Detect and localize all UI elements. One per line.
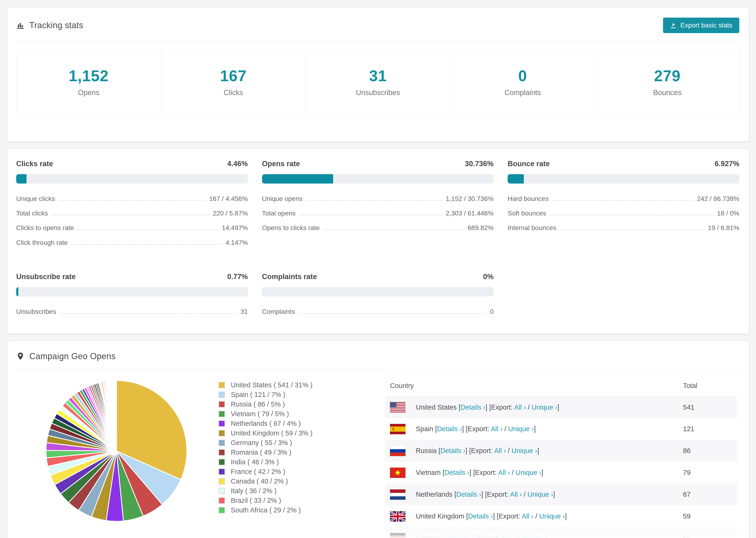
flag-icon-gb [390,511,405,521]
export-unique-link[interactable]: Unique › [519,534,544,538]
export-all-link[interactable]: All › [494,447,506,455]
rate-rows: Unsubscribes31 [16,304,248,319]
rate-row-value: 2,303 / 61.446% [446,210,494,217]
stat-value: 1,152 [19,67,158,85]
legend-label: Vietnam ( 79 / 5% ) [231,410,289,418]
dotted-leader [550,215,714,215]
dotted-leader [553,200,694,201]
pie-slice-other[interactable] [116,381,117,451]
rate-rows: Unique clicks167 / 4.456%Total clicks220… [16,191,248,250]
export-all-link[interactable]: All › [498,469,510,476]
export-basic-stats-button[interactable]: Export basic stats [663,18,739,33]
flag-icon-ru [390,446,405,456]
map-pin-icon [16,352,25,360]
geo-table-row-vn: Vietnam [Details ›] [Export: All › / Uni… [385,462,737,484]
legend-label: Russia ( 86 / 5% ) [231,401,285,408]
rate-row: Complaints0 [262,304,494,319]
geo-pie-chart [7,370,219,526]
progress-bar [16,174,248,184]
geo-table-row-ru: Russia [Details ›] [Export: All › / Uniq… [385,440,737,462]
rate-section-unsubscribe-rate: Unsubscribe rate0.77%Unsubscribes31 [16,273,248,319]
country-links: Spain [Details ›] [Export: All › / Uniqu… [416,425,536,433]
total-cell: 541 [678,396,737,418]
details-link[interactable]: Details › [441,447,465,455]
export-unique-link[interactable]: Unique › [527,491,553,498]
stat-box-bounces: 279Bounces [595,50,739,118]
legend-label: Netherlands ( 67 / 4% ) [231,420,301,427]
legend-swatch [219,411,225,417]
export-unique-link[interactable]: Unique › [539,512,565,520]
geo-header: Campaign Geo Opens [7,341,749,370]
export-all-link[interactable]: All › [522,512,533,520]
details-link[interactable]: Details › [448,534,472,538]
total-cell: 59 [678,506,737,527]
legend-item-italy[interactable]: Italy ( 36 / 2% ) [219,486,385,496]
legend-item-russia[interactable]: Russia ( 86 / 5% ) [219,400,385,409]
rate-row-value: 14.497% [222,224,248,232]
legend-label: India ( 46 / 3% ) [231,458,279,466]
legend-label: United States ( 541 / 31% ) [231,381,312,389]
export-unique-link[interactable]: Unique › [515,469,541,476]
details-link[interactable]: Details › [437,425,462,433]
legend-swatch [219,468,225,475]
legend-swatch [219,392,225,398]
legend-label: Canada ( 40 / 2% ) [231,477,288,485]
legend-swatch [219,449,225,456]
total-cell: 55 [678,527,737,538]
country-links: Russia [Details ›] [Export: All › / Uniq… [416,447,539,455]
export-unique-link[interactable]: Unique › [531,404,557,411]
rate-section-bounce-rate: Bounce rate6.927%Hard bounces242 / 86.73… [508,160,739,250]
dotted-leader [59,200,206,201]
progress-bar [262,287,494,296]
stat-label: Complaints [453,88,593,97]
rates-grid: Clicks rate4.46%Unique clicks167 / 4.456… [16,160,739,319]
details-link[interactable]: Details › [457,491,481,498]
stat-box-clicks: 167Clicks [161,50,305,118]
dotted-leader [78,230,219,230]
country-cell: Germany [Details ›] [Export: All › / Uni… [385,527,678,538]
legend-item-france[interactable]: France ( 42 / 2% ) [219,467,385,476]
geo-table-row-nl: Netherlands [Details ›] [Export: All › /… [385,484,737,506]
rate-row-label: Complaints [262,308,295,315]
rate-head: Opens rate30.736% [262,160,494,168]
legend-item-south-africa[interactable]: South Africa ( 29 / 2% ) [219,506,385,515]
legend-item-germany[interactable]: Germany ( 55 / 3% ) [219,438,385,448]
legend-swatch [219,459,225,465]
pie-svg [42,377,190,525]
legend-item-united-states[interactable]: United States ( 541 / 31% ) [219,380,385,390]
dotted-leader [71,244,222,244]
export-unique-link[interactable]: Unique › [508,425,534,433]
flag-icon-de [390,533,405,538]
rate-row-label: Unique clicks [16,195,55,202]
export-all-link[interactable]: All › [501,534,513,538]
rate-section-clicks-rate: Clicks rate4.46%Unique clicks167 / 4.456… [16,160,248,250]
rate-row: Internal bounces19 / 6.81% [508,221,739,235]
country-links: Germany [Details ›] [Export: All › / Uni… [416,534,546,538]
legend-item-united-kingdom[interactable]: United Kingdom ( 59 / 3% ) [219,428,385,438]
geo-table: Country Total United States [Details ›] … [385,375,737,538]
export-unique-link[interactable]: Unique › [512,447,537,455]
rate-row-label: Unsubscribes [16,308,56,315]
rate-value: 6.927% [715,160,739,168]
details-link[interactable]: Details › [445,469,469,476]
rate-head: Clicks rate4.46% [16,160,248,168]
details-link[interactable]: Details › [460,404,485,411]
legend-item-vietnam[interactable]: Vietnam ( 79 / 5% ) [219,409,385,419]
rate-row: Total clicks220 / 5.87% [16,206,248,221]
export-all-link[interactable]: All › [514,404,526,411]
legend-item-spain[interactable]: Spain ( 121 / 7% ) [219,390,385,400]
legend-item-brazil[interactable]: Brazil ( 33 / 2% ) [219,496,385,506]
rate-value: 4.46% [227,160,248,168]
export-all-link[interactable]: All › [491,425,503,433]
total-cell: 67 [678,484,737,506]
legend-item-netherlands[interactable]: Netherlands ( 67 / 4% ) [219,419,385,428]
rate-head: Bounce rate6.927% [508,160,739,168]
legend-item-romania[interactable]: Romania ( 49 / 3% ) [219,448,385,457]
rate-row-label: Internal bounces [508,224,556,232]
rate-row-label: Unique opens [262,195,303,202]
rate-row: Unique opens1,152 / 30.736% [262,191,494,206]
legend-item-canada[interactable]: Canada ( 40 / 2% ) [219,476,385,486]
details-link[interactable]: Details › [468,512,493,520]
legend-item-india[interactable]: India ( 46 / 3% ) [219,457,385,467]
export-all-link[interactable]: All › [510,491,522,498]
